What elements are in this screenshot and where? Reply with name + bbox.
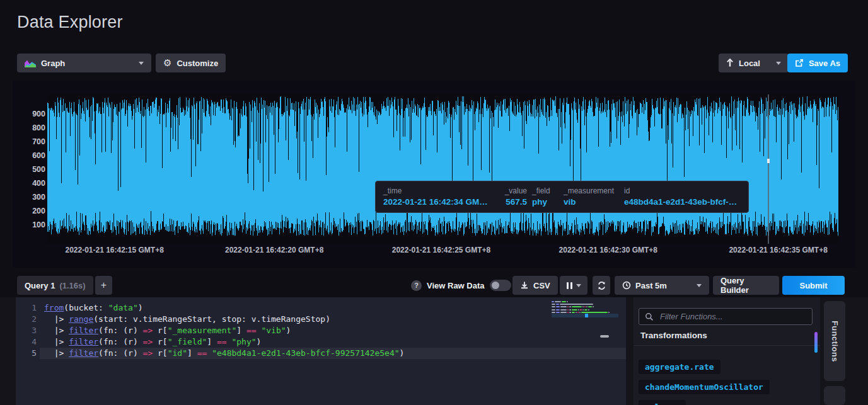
view-raw-data-toggle[interactable]	[490, 280, 511, 291]
y-tick: 700	[13, 137, 45, 146]
minimap-cursor-marker	[585, 314, 588, 317]
functions-panel: Transformations aggregate.ratechandeMome…	[634, 297, 820, 405]
view-raw-data-group: ? View Raw Data	[411, 276, 511, 295]
chart-svg	[47, 94, 838, 244]
x-tick: 2022-01-21 16:42:20 GMT+8	[214, 246, 334, 254]
tooltip-id-column: id e48bd4a1-e2d1-43eb-bfcf-99257142e5e4	[624, 186, 741, 207]
function-search-input[interactable]	[659, 311, 806, 322]
tooltip-value: e48bd4a1-e2d1-43eb-bfcf-99257142e5e4	[624, 197, 741, 207]
minimap-line	[552, 301, 568, 302]
visualization-type-dropdown[interactable]: Graph	[17, 54, 151, 72]
tooltip-value: phy	[532, 197, 558, 207]
tooltip-value: vib	[564, 197, 619, 207]
chevron-down-icon	[576, 284, 581, 287]
tooltip-measurement-column: _measurement vib	[564, 186, 619, 207]
save-location-label: Local	[739, 59, 760, 68]
tooltip-header: id	[624, 186, 741, 195]
save-location-dropdown[interactable]: Local	[719, 54, 789, 72]
side-tab-functions[interactable]: Functions	[824, 301, 845, 381]
export-icon	[795, 59, 804, 67]
line-number: 3	[16, 325, 37, 336]
data-explorer-page: Data Explorer Graph ⚙ Customize Local	[0, 0, 868, 405]
gear-icon: ⚙	[163, 59, 171, 68]
minimap-line	[552, 309, 589, 311]
tooltip-header: _time	[383, 186, 490, 195]
panel-resize-handle[interactable]	[600, 335, 609, 338]
function-category-header: Transformations	[640, 331, 707, 340]
pause-icon	[567, 282, 572, 289]
chevron-down-icon	[776, 62, 781, 65]
flux-script-editor[interactable]: 12345 from(bucket: "data") |> range(star…	[16, 297, 626, 405]
function-chip[interactable]: columns	[639, 400, 686, 405]
submit-button[interactable]: Submit	[782, 276, 845, 295]
code-line: |> filter(fn: (r) => r["_field"] == "phy…	[44, 336, 404, 348]
side-tab-label: Functions	[830, 321, 840, 362]
save-as-button[interactable]: Save As	[787, 54, 848, 72]
help-icon[interactable]: ?	[411, 280, 422, 291]
line-number: 4	[16, 336, 37, 348]
y-tick: 400	[13, 179, 45, 188]
tooltip-value: 567.5	[495, 197, 527, 207]
chevron-down-icon	[697, 284, 702, 287]
page-title: Data Explorer	[17, 13, 123, 32]
editor-minimap[interactable]	[552, 301, 618, 322]
customize-label: Customize	[176, 59, 218, 68]
clock-icon	[622, 281, 631, 290]
editor-line-numbers: 12345	[16, 302, 37, 359]
y-tick: 200	[13, 207, 45, 215]
query-tab[interactable]: Query 1 (1.16s)	[17, 276, 93, 295]
line-number: 2	[16, 314, 37, 325]
csv-download-button[interactable]: CSV	[512, 276, 558, 295]
tooltip-time-column: _time 2022-01-21 16:42:34 GMT+8	[383, 186, 490, 207]
search-icon	[645, 312, 654, 321]
tooltip-header: _field	[532, 186, 558, 195]
minimap-line	[552, 312, 610, 313]
y-tick: 900	[13, 110, 45, 118]
tooltip-value-column: _value 567.5	[495, 186, 527, 207]
customize-button[interactable]: ⚙ Customize	[156, 54, 226, 72]
function-chip[interactable]: aggregate.rate	[639, 360, 720, 374]
code-line: from(bucket: "data")	[44, 302, 404, 314]
csv-label: CSV	[533, 281, 550, 290]
x-tick: 2022-01-21 16:42:30 GMT+8	[548, 246, 668, 254]
refresh-button[interactable]	[593, 276, 610, 295]
graph-type-icon	[25, 59, 36, 67]
graph-panel: 100200300400500600700800900 2022-01-21 1…	[13, 81, 855, 268]
minimap-line	[552, 304, 593, 305]
chart-plot-area[interactable]	[47, 94, 838, 244]
query-builder-button[interactable]: Query Builder	[713, 276, 779, 295]
y-tick: 800	[13, 123, 45, 132]
category-divider	[634, 345, 820, 346]
code-line: |> range(start: v.timeRangeStart, stop: …	[44, 314, 404, 325]
tooltip-header: _value	[495, 186, 527, 195]
code-line: |> filter(fn: (r) => r["_measurement"] =…	[44, 325, 404, 336]
add-query-button[interactable]: +	[95, 276, 112, 295]
x-tick: 2022-01-21 16:42:25 GMT+8	[381, 246, 501, 254]
toggle-knob	[492, 282, 499, 289]
y-tick: 100	[13, 220, 45, 229]
download-icon	[520, 281, 529, 290]
editor-code[interactable]: from(bucket: "data") |> range(start: v.t…	[44, 302, 404, 359]
y-tick: 600	[13, 151, 45, 160]
x-tick: 2022-01-21 16:42:15 GMT+8	[55, 246, 175, 254]
line-number: 1	[16, 302, 37, 314]
y-tick: 300	[13, 193, 45, 202]
pause-button[interactable]	[560, 276, 587, 295]
time-range-label: Past 5m	[635, 281, 667, 290]
function-list: aggregate.ratechandeMomentumOscillatorco…	[639, 360, 770, 405]
function-chip[interactable]: chandeMomentumOscillator	[639, 380, 770, 394]
tooltip-header: _measurement	[564, 186, 619, 195]
query-tab-name: Query 1	[25, 281, 55, 290]
query-duration: (1.16s)	[59, 281, 85, 290]
function-search-box[interactable]	[639, 308, 813, 325]
functions-scrollbar[interactable]	[814, 332, 818, 353]
x-tick: 2022-01-21 16:42:35 GMT+8	[719, 246, 838, 254]
side-tab-2[interactable]	[824, 386, 845, 405]
chevron-down-icon	[139, 62, 144, 65]
y-tick: 500	[13, 165, 45, 174]
hover-tooltip: _time 2022-01-21 16:42:34 GMT+8 _value 5…	[375, 181, 749, 213]
code-line: |> filter(fn: (r) => r["id"] == "e48bd4a…	[44, 348, 404, 359]
time-range-dropdown[interactable]: Past 5m	[615, 276, 709, 295]
view-raw-data-label: View Raw Data	[427, 281, 485, 290]
tooltip-field-column: _field phy	[532, 186, 558, 207]
